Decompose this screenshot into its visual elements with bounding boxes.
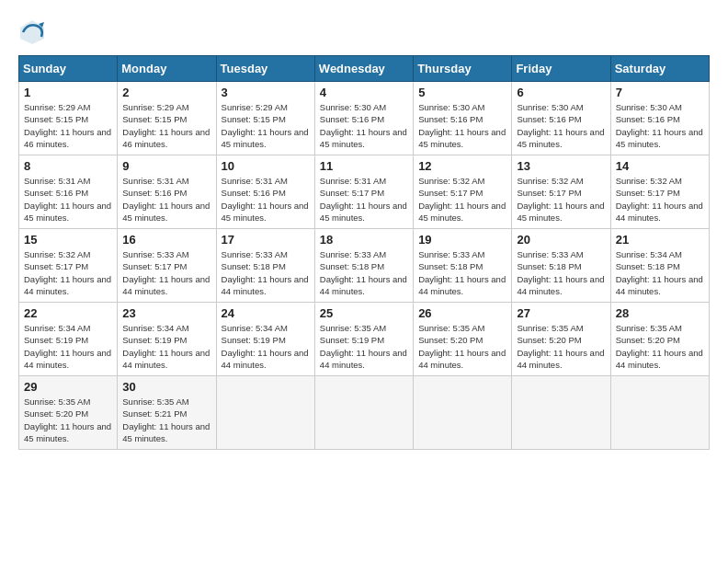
calendar-day-cell: 10Sunrise: 5:31 AMSunset: 5:16 PMDayligh… xyxy=(216,155,314,229)
day-number: 23 xyxy=(122,306,210,320)
day-number: 6 xyxy=(517,86,605,99)
calendar-day-cell: 9Sunrise: 5:31 AMSunset: 5:16 PMDaylight… xyxy=(118,155,216,229)
calendar-day-cell: 4Sunrise: 5:30 AMSunset: 5:16 PMDaylight… xyxy=(314,82,413,155)
day-info: Sunrise: 5:30 AMSunset: 5:16 PMDaylight:… xyxy=(418,101,506,150)
calendar-day-cell: 7Sunrise: 5:30 AMSunset: 5:16 PMDaylight… xyxy=(610,82,709,155)
day-info: Sunrise: 5:33 AMSunset: 5:18 PMDaylight:… xyxy=(320,248,408,297)
day-number: 28 xyxy=(616,306,704,320)
day-number: 26 xyxy=(418,306,506,320)
day-number: 9 xyxy=(122,159,210,173)
day-info: Sunrise: 5:34 AMSunset: 5:18 PMDaylight:… xyxy=(616,248,704,297)
day-info: Sunrise: 5:33 AMSunset: 5:18 PMDaylight:… xyxy=(222,248,310,297)
logo-icon xyxy=(18,18,46,46)
calendar-day-cell: 13Sunrise: 5:32 AMSunset: 5:17 PMDayligh… xyxy=(512,155,610,229)
calendar-day-cell: 18Sunrise: 5:33 AMSunset: 5:18 PMDayligh… xyxy=(314,229,413,303)
calendar-day-cell: 22Sunrise: 5:34 AMSunset: 5:19 PMDayligh… xyxy=(19,303,118,376)
calendar-day-cell xyxy=(314,376,413,450)
calendar-day-cell xyxy=(216,376,314,450)
calendar-day-cell: 21Sunrise: 5:34 AMSunset: 5:18 PMDayligh… xyxy=(610,229,709,303)
calendar-day-cell: 30Sunrise: 5:35 AMSunset: 5:21 PMDayligh… xyxy=(118,376,216,450)
day-number: 20 xyxy=(517,233,605,247)
day-number: 14 xyxy=(616,159,704,173)
day-number: 3 xyxy=(222,86,310,99)
day-of-week-header: Monday xyxy=(118,56,216,82)
calendar-week-row: 8Sunrise: 5:31 AMSunset: 5:16 PMDaylight… xyxy=(19,155,710,229)
day-info: Sunrise: 5:30 AMSunset: 5:16 PMDaylight:… xyxy=(616,101,704,150)
calendar-week-row: 15Sunrise: 5:32 AMSunset: 5:17 PMDayligh… xyxy=(19,229,710,303)
page-header xyxy=(18,18,710,46)
calendar-day-cell: 25Sunrise: 5:35 AMSunset: 5:19 PMDayligh… xyxy=(314,303,413,376)
day-info: Sunrise: 5:32 AMSunset: 5:17 PMDaylight:… xyxy=(517,175,605,224)
day-number: 12 xyxy=(418,159,506,173)
day-info: Sunrise: 5:34 AMSunset: 5:19 PMDaylight:… xyxy=(122,322,210,371)
day-info: Sunrise: 5:31 AMSunset: 5:16 PMDaylight:… xyxy=(222,175,310,224)
calendar-day-cell: 14Sunrise: 5:32 AMSunset: 5:17 PMDayligh… xyxy=(610,155,709,229)
day-info: Sunrise: 5:32 AMSunset: 5:17 PMDaylight:… xyxy=(24,248,112,297)
day-number: 4 xyxy=(320,86,408,99)
day-number: 8 xyxy=(24,159,112,173)
day-number: 5 xyxy=(418,86,506,99)
day-number: 10 xyxy=(222,159,310,173)
calendar-day-cell: 29Sunrise: 5:35 AMSunset: 5:20 PMDayligh… xyxy=(19,376,118,450)
day-number: 21 xyxy=(616,233,704,247)
day-info: Sunrise: 5:35 AMSunset: 5:20 PMDaylight:… xyxy=(24,396,112,444)
calendar-header-row: SundayMondayTuesdayWednesdayThursdayFrid… xyxy=(19,56,710,82)
calendar-day-cell: 12Sunrise: 5:32 AMSunset: 5:17 PMDayligh… xyxy=(414,155,512,229)
day-info: Sunrise: 5:33 AMSunset: 5:17 PMDaylight:… xyxy=(122,248,210,297)
calendar-day-cell: 20Sunrise: 5:33 AMSunset: 5:18 PMDayligh… xyxy=(512,229,610,303)
day-of-week-header: Tuesday xyxy=(216,56,314,82)
day-number: 15 xyxy=(24,233,112,247)
calendar-day-cell xyxy=(512,376,610,450)
day-info: Sunrise: 5:31 AMSunset: 5:16 PMDaylight:… xyxy=(24,175,112,224)
calendar-day-cell: 17Sunrise: 5:33 AMSunset: 5:18 PMDayligh… xyxy=(216,229,314,303)
day-number: 2 xyxy=(122,86,210,99)
day-of-week-header: Saturday xyxy=(610,56,709,82)
calendar-day-cell: 11Sunrise: 5:31 AMSunset: 5:17 PMDayligh… xyxy=(314,155,413,229)
day-info: Sunrise: 5:34 AMSunset: 5:19 PMDaylight:… xyxy=(24,322,112,371)
day-number: 16 xyxy=(122,233,210,247)
calendar-day-cell xyxy=(414,376,512,450)
day-of-week-header: Wednesday xyxy=(314,56,413,82)
calendar-week-row: 22Sunrise: 5:34 AMSunset: 5:19 PMDayligh… xyxy=(19,303,710,376)
day-info: Sunrise: 5:35 AMSunset: 5:20 PMDaylight:… xyxy=(517,322,605,371)
calendar-day-cell: 26Sunrise: 5:35 AMSunset: 5:20 PMDayligh… xyxy=(414,303,512,376)
day-info: Sunrise: 5:33 AMSunset: 5:18 PMDaylight:… xyxy=(418,248,506,297)
calendar-day-cell: 16Sunrise: 5:33 AMSunset: 5:17 PMDayligh… xyxy=(118,229,216,303)
day-info: Sunrise: 5:31 AMSunset: 5:17 PMDaylight:… xyxy=(320,175,408,224)
day-info: Sunrise: 5:32 AMSunset: 5:17 PMDaylight:… xyxy=(616,175,704,224)
calendar-table: SundayMondayTuesdayWednesdayThursdayFrid… xyxy=(18,55,710,450)
day-info: Sunrise: 5:35 AMSunset: 5:20 PMDaylight:… xyxy=(616,322,704,371)
calendar-day-cell: 27Sunrise: 5:35 AMSunset: 5:20 PMDayligh… xyxy=(512,303,610,376)
day-of-week-header: Friday xyxy=(512,56,610,82)
calendar-day-cell: 1Sunrise: 5:29 AMSunset: 5:15 PMDaylight… xyxy=(19,82,118,155)
day-of-week-header: Thursday xyxy=(414,56,512,82)
day-number: 25 xyxy=(320,306,408,320)
calendar-day-cell: 5Sunrise: 5:30 AMSunset: 5:16 PMDaylight… xyxy=(414,82,512,155)
day-number: 22 xyxy=(24,306,112,320)
day-of-week-header: Sunday xyxy=(19,56,118,82)
day-number: 17 xyxy=(222,233,310,247)
day-number: 7 xyxy=(616,86,704,99)
day-info: Sunrise: 5:29 AMSunset: 5:15 PMDaylight:… xyxy=(122,101,210,150)
day-info: Sunrise: 5:30 AMSunset: 5:16 PMDaylight:… xyxy=(320,101,408,150)
day-number: 1 xyxy=(24,86,112,99)
calendar-day-cell: 6Sunrise: 5:30 AMSunset: 5:16 PMDaylight… xyxy=(512,82,610,155)
day-number: 30 xyxy=(122,380,210,394)
day-info: Sunrise: 5:35 AMSunset: 5:20 PMDaylight:… xyxy=(418,322,506,371)
day-info: Sunrise: 5:33 AMSunset: 5:18 PMDaylight:… xyxy=(517,248,605,297)
day-number: 13 xyxy=(517,159,605,173)
day-number: 19 xyxy=(418,233,506,247)
day-number: 18 xyxy=(320,233,408,247)
day-info: Sunrise: 5:35 AMSunset: 5:21 PMDaylight:… xyxy=(122,396,210,444)
calendar-day-cell: 28Sunrise: 5:35 AMSunset: 5:20 PMDayligh… xyxy=(610,303,709,376)
logo xyxy=(18,18,50,46)
calendar-week-row: 1Sunrise: 5:29 AMSunset: 5:15 PMDaylight… xyxy=(19,82,710,155)
day-info: Sunrise: 5:29 AMSunset: 5:15 PMDaylight:… xyxy=(222,101,310,150)
calendar-day-cell: 15Sunrise: 5:32 AMSunset: 5:17 PMDayligh… xyxy=(19,229,118,303)
day-info: Sunrise: 5:31 AMSunset: 5:16 PMDaylight:… xyxy=(122,175,210,224)
day-info: Sunrise: 5:30 AMSunset: 5:16 PMDaylight:… xyxy=(517,101,605,150)
calendar-day-cell: 3Sunrise: 5:29 AMSunset: 5:15 PMDaylight… xyxy=(216,82,314,155)
day-info: Sunrise: 5:29 AMSunset: 5:15 PMDaylight:… xyxy=(24,101,112,150)
day-number: 11 xyxy=(320,159,408,173)
calendar-day-cell: 8Sunrise: 5:31 AMSunset: 5:16 PMDaylight… xyxy=(19,155,118,229)
